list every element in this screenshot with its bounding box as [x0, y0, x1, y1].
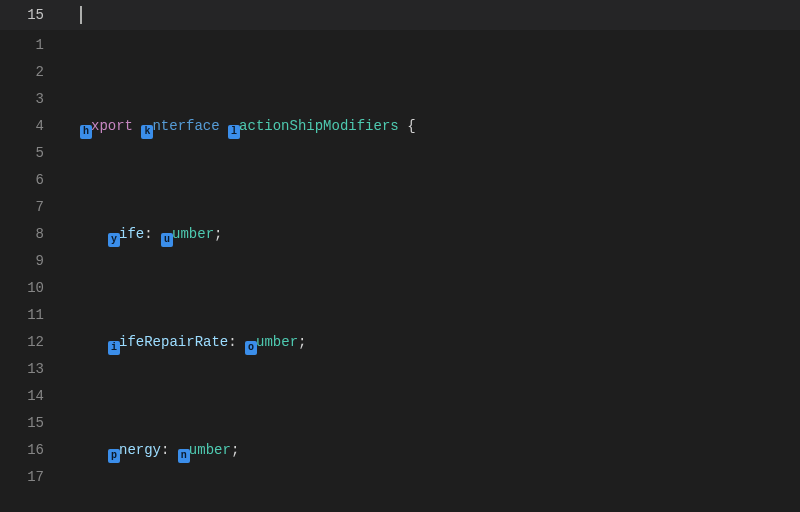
line-gutter: 15 1 2 3 4 5 6 7 8 9 10 11 12 13 14 15 1… — [0, 0, 58, 512]
keyword-export: xport — [91, 118, 141, 134]
line-number: 6 — [0, 167, 44, 194]
code-line[interactable]: iifeRepairRate: oumber; — [80, 329, 800, 356]
property: ife — [119, 226, 144, 242]
jump-hint[interactable]: o — [245, 341, 257, 355]
line-number: 2 — [0, 59, 44, 86]
jump-hint[interactable]: u — [161, 233, 173, 247]
code-area[interactable]: hxport knterface lactionShipModifiers { … — [58, 0, 800, 512]
line-number: 1 — [0, 32, 44, 59]
code-line[interactable]: hxport knterface lactionShipModifiers { — [80, 113, 800, 140]
line-number: 12 — [0, 329, 44, 356]
line-number: 5 — [0, 140, 44, 167]
line-number: 10 — [0, 275, 44, 302]
line-number: 8 — [0, 221, 44, 248]
keyword-interface: nterface — [152, 118, 228, 134]
type-name: actionShipModifiers — [239, 118, 399, 134]
code-line[interactable]: pnergy: number; — [80, 437, 800, 464]
top-line-number: 15 — [0, 0, 58, 30]
type: umber — [172, 226, 214, 242]
text-cursor — [80, 6, 82, 24]
line-number: 11 — [0, 302, 44, 329]
line-number: 15 — [0, 410, 44, 437]
jump-hint[interactable]: l — [228, 125, 240, 139]
line-number: 13 — [0, 356, 44, 383]
jump-hint[interactable]: i — [108, 341, 120, 355]
line-number: 17 — [0, 464, 44, 491]
line-number: 9 — [0, 248, 44, 275]
code-editor[interactable]: 15 1 2 3 4 5 6 7 8 9 10 11 12 13 14 15 1… — [0, 0, 800, 512]
brace: { — [399, 118, 416, 134]
line-number: 7 — [0, 194, 44, 221]
code-line[interactable]: yife: uumber; — [80, 221, 800, 248]
line-number: 3 — [0, 86, 44, 113]
line-number: 4 — [0, 113, 44, 140]
jump-hint[interactable]: p — [108, 449, 120, 463]
jump-hint[interactable]: k — [141, 125, 153, 139]
jump-hint[interactable]: y — [108, 233, 120, 247]
jump-hint[interactable]: h — [80, 125, 92, 139]
line-number: 16 — [0, 437, 44, 464]
editor-top-bar — [58, 0, 800, 30]
line-number: 14 — [0, 383, 44, 410]
jump-hint[interactable]: n — [178, 449, 190, 463]
